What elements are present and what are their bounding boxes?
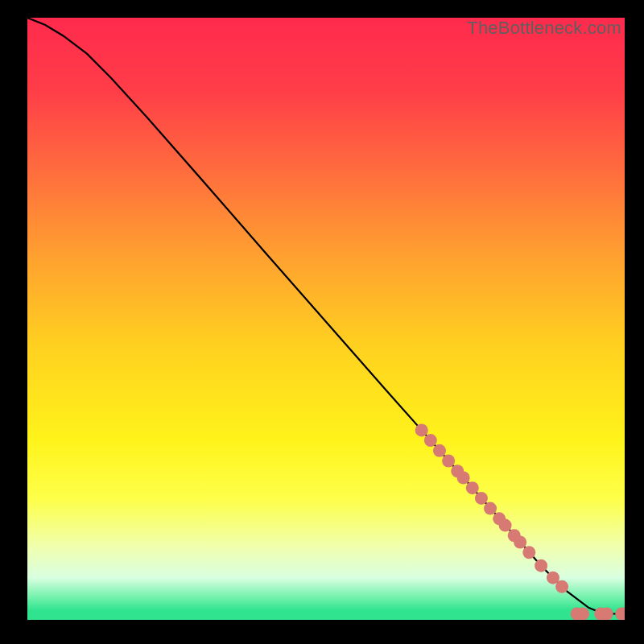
data-marker [522,546,535,559]
chart-svg [27,18,625,620]
data-marker [484,502,497,515]
data-marker [457,471,470,484]
data-marker [535,559,547,572]
data-marker [576,608,589,620]
data-marker [424,434,437,447]
watermark-text: TheBottleneck.com [467,18,621,39]
chart-frame: TheBottleneck.com [0,0,644,644]
data-marker [475,492,488,505]
gradient-background [27,18,625,620]
data-marker [514,536,526,549]
data-marker [442,455,455,468]
data-marker [601,608,613,620]
data-marker [466,481,479,494]
plot-area: TheBottleneck.com [27,18,625,620]
data-marker [415,423,428,436]
data-marker [499,519,512,532]
data-marker [433,444,446,457]
data-marker [555,580,568,593]
